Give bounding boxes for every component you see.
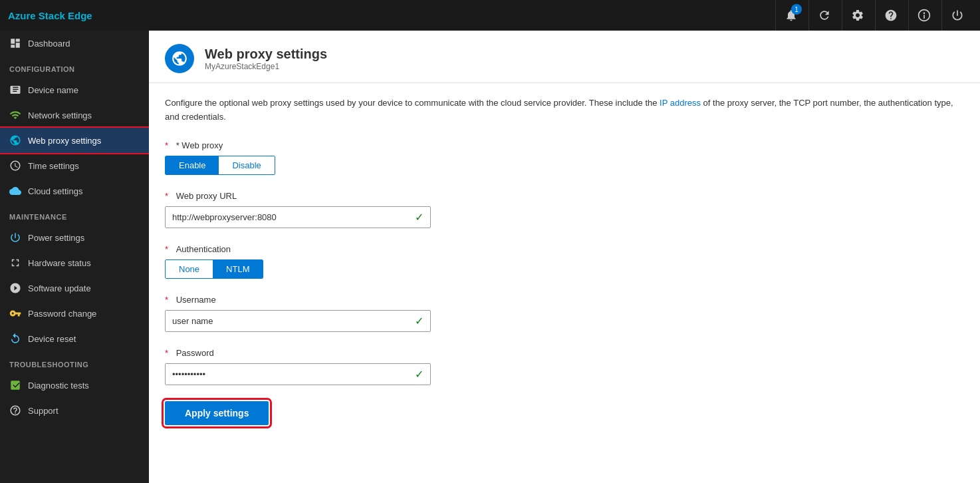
sidebar-item-cloud-settings[interactable]: Cloud settings	[0, 178, 149, 204]
web-proxy-url-input[interactable]	[166, 207, 408, 228]
authentication-section: * Authentication None NTLM	[165, 244, 964, 279]
sidebar-label-device-name: Device name	[28, 85, 78, 95]
description-text: Configure the optional web proxy setting…	[165, 96, 964, 124]
sidebar-section-troubleshooting: TROUBLESHOOTING	[0, 351, 149, 373]
sidebar-label-hardware-status: Hardware status	[28, 258, 91, 268]
key-icon	[9, 307, 21, 319]
web-proxy-url-input-wrapper: ✓	[165, 206, 431, 228]
sidebar-item-device-reset[interactable]: Device reset	[0, 326, 149, 351]
sidebar-item-network-settings[interactable]: Network settings	[0, 102, 149, 128]
content-area: Web proxy settings MyAzureStackEdge1 Con…	[149, 31, 980, 483]
reset-icon	[9, 333, 21, 345]
sidebar-label-diagnostic-tests: Diagnostic tests	[28, 381, 89, 391]
refresh-button[interactable]	[808, 0, 839, 31]
page-title: Web proxy settings	[205, 47, 327, 62]
content-header-text: Web proxy settings MyAzureStackEdge1	[205, 47, 327, 71]
sidebar-label-password-change: Password change	[28, 309, 96, 319]
page-subtitle: MyAzureStackEdge1	[205, 62, 327, 71]
sidebar-item-time-settings[interactable]: Time settings	[0, 153, 149, 178]
sidebar-item-password-change[interactable]: Password change	[0, 301, 149, 326]
clock-icon	[9, 160, 21, 172]
web-proxy-url-label: * Web proxy URL	[165, 191, 964, 201]
main-layout: Dashboard CONFIGURATION Device name Netw…	[0, 31, 980, 483]
cloud-icon	[9, 185, 21, 197]
hardware-icon	[9, 257, 21, 269]
sidebar-section-configuration: CONFIGURATION	[0, 56, 149, 77]
username-section: * Username ✓	[165, 295, 964, 332]
sidebar-label-web-proxy-settings: Web proxy settings	[28, 136, 101, 146]
update-icon	[9, 282, 21, 294]
page-icon	[165, 44, 194, 73]
content-header: Web proxy settings MyAzureStackEdge1	[149, 31, 980, 83]
sidebar-label-software-update: Software update	[28, 283, 91, 293]
sidebar-section-maintenance: MAINTENANCE	[0, 204, 149, 225]
sidebar-label-network-settings: Network settings	[28, 110, 92, 120]
web-proxy-label: * * Web proxy	[165, 140, 964, 150]
feedback-button[interactable]	[908, 0, 939, 31]
topbar-icons: 1	[775, 0, 972, 31]
sidebar-label-power-settings: Power settings	[28, 233, 84, 243]
authentication-label: * Authentication	[165, 244, 964, 254]
apply-settings-button[interactable]: Apply settings	[165, 401, 269, 425]
sidebar-item-web-proxy-settings[interactable]: Web proxy settings	[0, 128, 149, 153]
password-check-icon: ✓	[408, 368, 430, 381]
disable-button[interactable]: Disable	[219, 156, 274, 174]
url-check-icon: ✓	[408, 211, 430, 224]
username-input[interactable]	[166, 311, 408, 331]
ip-address-link[interactable]: IP address	[660, 98, 701, 108]
password-section: * Password ✓	[165, 348, 964, 385]
web-proxy-toggle: Enable Disable	[165, 156, 275, 175]
sidebar-item-software-update[interactable]: Software update	[0, 275, 149, 301]
username-label: * Username	[165, 295, 964, 305]
settings-button[interactable]	[842, 0, 872, 31]
sidebar-label-time-settings: Time settings	[28, 161, 79, 171]
enable-button[interactable]: Enable	[166, 156, 219, 174]
auth-none-button[interactable]: None	[166, 260, 213, 278]
sidebar-item-device-name[interactable]: Device name	[0, 77, 149, 102]
help-button[interactable]	[875, 0, 906, 31]
sidebar-label-cloud-settings: Cloud settings	[28, 186, 82, 196]
web-proxy-url-section: * Web proxy URL ✓	[165, 191, 964, 228]
sidebar: Dashboard CONFIGURATION Device name Netw…	[0, 31, 149, 483]
content-body: Configure the optional web proxy setting…	[149, 83, 980, 483]
power-button[interactable]	[941, 0, 972, 31]
apply-settings-section: Apply settings	[165, 401, 964, 425]
authentication-toggle: None NTLM	[165, 259, 263, 279]
sidebar-label-device-reset: Device reset	[28, 334, 76, 344]
diagnostic-icon	[9, 379, 21, 391]
password-input-wrapper: ✓	[165, 363, 431, 385]
dashboard-icon	[9, 37, 21, 49]
password-input[interactable]	[166, 364, 408, 385]
sidebar-item-dashboard[interactable]: Dashboard	[0, 31, 149, 56]
notification-button[interactable]: 1	[775, 0, 806, 31]
sidebar-item-hardware-status[interactable]: Hardware status	[0, 250, 149, 275]
sidebar-label-support: Support	[28, 406, 59, 416]
network-icon	[9, 109, 21, 121]
username-input-wrapper: ✓	[165, 310, 431, 332]
power-settings-icon	[9, 232, 21, 243]
sidebar-label-dashboard: Dashboard	[28, 39, 70, 49]
auth-ntlm-button[interactable]: NTLM	[213, 260, 263, 278]
notification-badge: 1	[791, 4, 802, 15]
device-icon	[9, 84, 21, 96]
username-check-icon: ✓	[408, 315, 430, 327]
sidebar-item-power-settings[interactable]: Power settings	[0, 225, 149, 250]
sidebar-item-support[interactable]: Support	[0, 398, 149, 423]
topbar: Azure Stack Edge 1	[0, 0, 980, 31]
password-label: * Password	[165, 348, 964, 358]
sidebar-item-diagnostic-tests[interactable]: Diagnostic tests	[0, 373, 149, 398]
globe-icon	[9, 134, 21, 146]
support-icon	[9, 404, 21, 416]
web-proxy-section: * * Web proxy Enable Disable	[165, 140, 964, 175]
app-title: Azure Stack Edge	[8, 10, 775, 21]
